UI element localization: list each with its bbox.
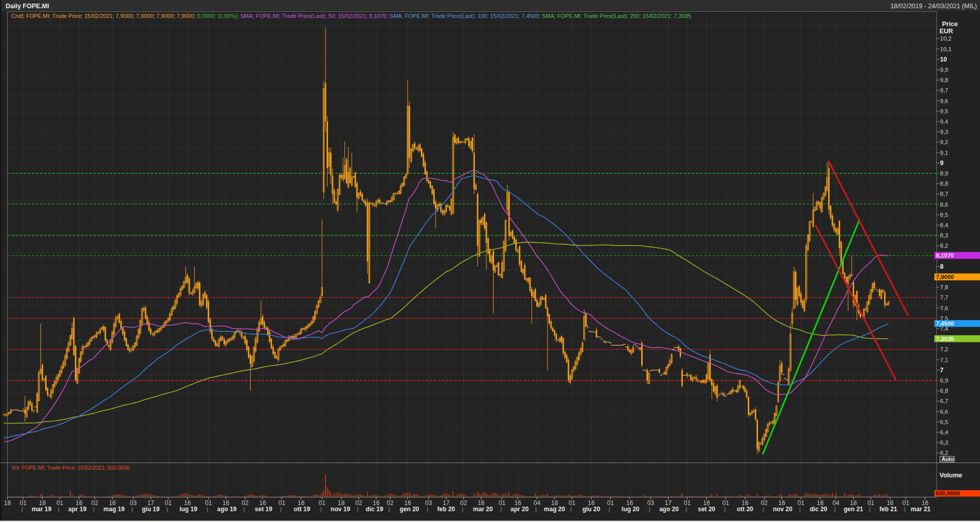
svg-text:ago 20: ago 20 bbox=[659, 506, 679, 513]
svg-text:7,3035: 7,3035 bbox=[936, 336, 954, 342]
svg-text:ott 19: ott 19 bbox=[294, 506, 310, 513]
svg-text:02: 02 bbox=[761, 499, 768, 507]
svg-text:|: | bbox=[320, 506, 322, 512]
svg-text:6,6: 6,6 bbox=[940, 409, 948, 415]
svg-text:|: | bbox=[58, 506, 59, 512]
svg-text:|: | bbox=[207, 506, 208, 512]
svg-text:|: | bbox=[799, 506, 801, 512]
svg-text:|: | bbox=[763, 506, 764, 512]
svg-text:9,3: 9,3 bbox=[940, 129, 948, 135]
svg-text:|: | bbox=[280, 506, 281, 512]
svg-text:6,3: 6,3 bbox=[940, 439, 948, 446]
svg-text:18: 18 bbox=[4, 499, 11, 507]
svg-text:7,7: 7,7 bbox=[940, 294, 948, 300]
svg-text:Auto: Auto bbox=[942, 456, 954, 462]
svg-text:6,5: 6,5 bbox=[940, 419, 948, 425]
svg-text:gen 20: gen 20 bbox=[400, 506, 419, 513]
svg-text:EUR: EUR bbox=[940, 28, 953, 35]
svg-text:01: 01 bbox=[568, 499, 576, 507]
svg-text:lug 19: lug 19 bbox=[179, 506, 197, 513]
svg-text:8,1070: 8,1070 bbox=[936, 252, 954, 258]
svg-text:|: | bbox=[167, 506, 168, 512]
svg-text:9,8: 9,8 bbox=[940, 77, 948, 83]
svg-text:mar 21: mar 21 bbox=[911, 506, 931, 513]
svg-text:7,8: 7,8 bbox=[940, 284, 948, 290]
svg-text:|: | bbox=[357, 506, 358, 512]
svg-text:|: | bbox=[462, 506, 463, 512]
svg-text:|: | bbox=[22, 506, 23, 512]
svg-text:02: 02 bbox=[355, 499, 362, 507]
svg-text:01: 01 bbox=[684, 499, 691, 507]
svg-text:8,4: 8,4 bbox=[940, 222, 949, 228]
svg-text:|: | bbox=[649, 506, 650, 512]
svg-text:7,1: 7,1 bbox=[940, 357, 948, 363]
svg-text:feb 21: feb 21 bbox=[880, 506, 897, 513]
svg-text:9,7: 9,7 bbox=[940, 87, 948, 93]
svg-text:9,5: 9,5 bbox=[940, 108, 948, 114]
svg-text:mag 20: mag 20 bbox=[544, 506, 565, 513]
svg-text:8,9: 8,9 bbox=[940, 170, 948, 176]
svg-text:giu 19: giu 19 bbox=[142, 506, 160, 513]
svg-text:|: | bbox=[389, 506, 390, 512]
svg-text:03: 03 bbox=[425, 499, 433, 507]
svg-text:mag 19: mag 19 bbox=[104, 506, 125, 513]
svg-text:apr 20: apr 20 bbox=[511, 506, 529, 513]
svg-text:|: | bbox=[686, 506, 687, 512]
svg-text:|: | bbox=[427, 506, 428, 512]
svg-text:04: 04 bbox=[832, 499, 840, 507]
svg-text:8: 8 bbox=[940, 263, 944, 270]
svg-text:|: | bbox=[500, 506, 502, 512]
svg-text:03: 03 bbox=[130, 499, 137, 507]
svg-text:500,0000: 500,0000 bbox=[935, 490, 960, 496]
svg-text:03: 03 bbox=[647, 499, 655, 507]
svg-text:9,1: 9,1 bbox=[940, 150, 948, 156]
svg-text:nov 19: nov 19 bbox=[331, 506, 350, 513]
svg-text:|: | bbox=[570, 506, 572, 512]
svg-text:8,7: 8,7 bbox=[940, 191, 948, 197]
svg-text:6,2: 6,2 bbox=[940, 450, 948, 456]
svg-text:apr 19: apr 19 bbox=[68, 506, 87, 513]
svg-text:dic 20: dic 20 bbox=[810, 506, 827, 513]
svg-text:Price: Price bbox=[942, 21, 958, 28]
svg-text:giu 20: giu 20 bbox=[582, 506, 600, 513]
svg-text:8,6: 8,6 bbox=[940, 202, 948, 208]
svg-text:02: 02 bbox=[91, 499, 98, 507]
svg-text:01: 01 bbox=[798, 499, 805, 507]
svg-text:Volume: Volume bbox=[940, 472, 962, 479]
svg-text:7,6: 7,6 bbox=[940, 305, 948, 311]
svg-text:gen 21: gen 21 bbox=[844, 506, 863, 513]
svg-text:01: 01 bbox=[499, 499, 506, 507]
svg-text:01: 01 bbox=[165, 499, 172, 507]
svg-text:01: 01 bbox=[20, 499, 27, 507]
svg-text:7,9000: 7,9000 bbox=[936, 274, 954, 280]
svg-text:set 19: set 19 bbox=[255, 506, 272, 513]
svg-text:8,5: 8,5 bbox=[940, 212, 948, 218]
svg-text:01: 01 bbox=[56, 499, 64, 507]
svg-text:01: 01 bbox=[903, 499, 910, 507]
svg-text:7,4500: 7,4500 bbox=[936, 320, 954, 327]
svg-text:set 20: set 20 bbox=[698, 506, 715, 513]
svg-text:01: 01 bbox=[867, 499, 874, 507]
svg-text:01: 01 bbox=[607, 499, 614, 507]
svg-text:|: | bbox=[724, 506, 726, 512]
svg-text:|: | bbox=[834, 506, 835, 512]
svg-text:ago 19: ago 19 bbox=[217, 506, 236, 513]
svg-text:Daily FOPE.MI: Daily FOPE.MI bbox=[6, 3, 49, 10]
svg-text:Vol; FOPE.MI; Trade Price; 15: Vol; FOPE.MI; Trade Price; 15/02/2021; 5… bbox=[11, 465, 130, 471]
svg-text:9,2: 9,2 bbox=[940, 139, 948, 145]
svg-text:Cndl; FOPE.MI; Trade Price; 1: Cndl; FOPE.MI; Trade Price; 15/02/2021; … bbox=[11, 13, 691, 19]
svg-text:9,6: 9,6 bbox=[940, 98, 948, 104]
svg-text:7,2: 7,2 bbox=[940, 346, 948, 352]
svg-text:01: 01 bbox=[205, 499, 212, 507]
svg-text:mar 20: mar 20 bbox=[473, 506, 493, 513]
svg-text:ott 20: ott 20 bbox=[737, 506, 753, 513]
svg-text:02: 02 bbox=[460, 499, 467, 507]
svg-text:10,2: 10,2 bbox=[940, 35, 951, 42]
svg-text:9,4: 9,4 bbox=[940, 118, 949, 125]
svg-text:8,8: 8,8 bbox=[940, 180, 948, 187]
svg-text:|: | bbox=[904, 506, 906, 512]
svg-text:mar 19: mar 19 bbox=[32, 506, 52, 513]
svg-text:02: 02 bbox=[242, 499, 249, 507]
svg-text:dic 19: dic 19 bbox=[366, 506, 383, 513]
svg-text:|: | bbox=[869, 506, 871, 512]
